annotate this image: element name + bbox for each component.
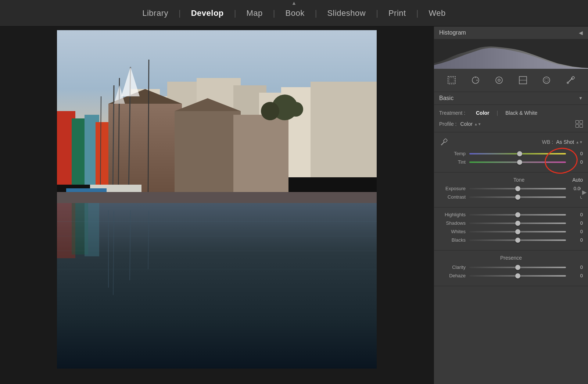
profile-grid-icon[interactable] [576,120,583,128]
treatment-sep: | [497,110,498,116]
tools-row [434,69,588,92]
tint-label: Tint [439,159,466,165]
treatment-color-btn[interactable]: Color [473,109,492,117]
tone-label: Tone [466,177,572,183]
clarity-value: 0 [570,264,583,270]
histogram-canvas [434,39,588,69]
highlights-label: Highlights [439,212,466,217]
shadows-value: 0 [570,220,583,226]
svg-point-42 [288,102,303,117]
contrast-label: Contrast [439,194,466,200]
contrast-slider-track[interactable] [469,196,566,198]
blacks-label: Blacks [439,237,466,243]
basic-section-arrow: ▼ [578,96,583,101]
exposure-slider-thumb[interactable] [515,186,520,191]
exposure-slider-row: Exposure 0.00 [439,186,583,191]
crop-tool[interactable] [444,72,459,88]
temp-slider-row: Temp 0 [439,151,583,156]
svg-point-62 [441,144,442,146]
whites-slider-thumb[interactable] [515,229,520,234]
tone-header-row: Tone Auto [439,177,583,183]
highlights-slider-thumb[interactable] [515,212,520,217]
histogram-header: Histogram ◀ [434,26,588,39]
profile-label: Profile : [439,121,456,127]
whites-slider-track[interactable] [469,231,566,232]
nav-library[interactable]: Library [132,0,179,26]
temp-slider-thumb[interactable] [517,151,522,156]
wb-dropdown-arrow: ▲▼ [576,140,583,144]
highlights-slider-track[interactable] [469,214,566,216]
wb-dropdown[interactable]: As Shot ▲▼ [556,139,583,145]
auto-button[interactable]: Auto [572,177,583,183]
temp-slider-track[interactable] [469,153,566,154]
nav-develop[interactable]: Develop [181,0,234,26]
basic-section-header[interactable]: Basic ▼ [434,92,588,105]
blacks-slider-thumb[interactable] [515,238,520,243]
tint-slider-track[interactable] [469,161,566,163]
blacks-slider-track[interactable] [469,239,566,241]
wb-label: WB : [452,139,553,145]
profile-row: Profile : Color ▲▼ [439,120,583,128]
dehaze-label: Dehaze [439,273,466,278]
svg-rect-12 [96,122,108,185]
svg-rect-15 [233,115,288,192]
brush-tool[interactable] [563,72,578,88]
shadows-slider-track[interactable] [469,223,566,224]
histogram-chart [434,39,588,69]
svg-rect-46 [449,78,454,83]
main-content: Histogram ◀ [0,26,588,384]
nav-web[interactable]: Web [418,0,456,26]
spot-heal-tool[interactable] [468,72,483,88]
profile-select-arrow: ▲▼ [474,122,481,126]
right-panel: Histogram ◀ [434,26,588,384]
shadows-slider-thumb[interactable] [515,221,520,226]
grid-cell-4 [580,124,583,128]
nav-print[interactable]: Print [378,0,416,26]
nav-arrow-up[interactable]: ▲ [291,0,297,6]
clarity-slider-thumb[interactable] [515,265,520,270]
grid-cell-3 [576,124,579,128]
wb-value-text: As Shot [556,139,574,145]
dehaze-slider-track[interactable] [469,275,566,277]
harbor-photo [57,30,377,369]
shadows-slider-row: Shadows 0 [439,220,583,226]
histogram-collapse-arrow[interactable]: ◀ [579,30,583,36]
top-navigation: ▲ Library | Develop | Map | Book | Slide… [0,0,588,26]
exposure-label: Exposure [439,186,466,191]
clarity-slider-track[interactable] [469,267,566,268]
exposure-slider-track[interactable] [469,188,566,189]
nav-map[interactable]: Map [236,0,273,26]
grid-cell-2 [580,120,583,124]
svg-rect-8 [311,82,377,177]
temp-value: 0 [570,151,583,156]
svg-rect-14 [175,111,241,192]
svg-point-41 [261,102,279,120]
clarity-label: Clarity [439,264,466,270]
blacks-slider-row: Blacks 0 [439,237,583,243]
contrast-slider-row: Contrast 0 [439,194,583,200]
svg-point-56 [545,78,548,82]
redeye-tool[interactable] [491,72,507,88]
profile-select[interactable]: Color ▲▼ [460,121,481,127]
tone-section: Tone Auto Exposure 0.00 Contrast 0 [434,173,588,207]
basic-section-title: Basic [439,95,453,102]
gradient-tool[interactable] [515,72,531,88]
whites-slider-row: Whites 0 [439,229,583,234]
tone-range-section: Highlights 0 Shadows 0 Whites 0 [434,207,588,250]
radial-tool[interactable] [539,72,554,88]
right-collapse-arrow[interactable]: ▶ [581,186,588,199]
contrast-slider-thumb[interactable] [515,195,520,200]
treatment-bw-btn[interactable]: Black & White [502,109,540,117]
presence-section: Presence Clarity 0 Dehaze 0 [434,250,588,286]
dehaze-value: 0 [570,273,583,278]
eyedropper-tool[interactable] [439,137,449,147]
svg-rect-27 [57,192,377,203]
dehaze-slider-thumb[interactable] [515,273,520,278]
highlights-slider-row: Highlights 0 [439,212,583,217]
tint-slider-thumb[interactable] [517,160,522,165]
treatment-section: Treatment : Color | Black & White Profil… [434,105,588,132]
histogram-title: Histogram [439,29,466,36]
nav-slideshow[interactable]: Slideshow [317,0,376,26]
blacks-value: 0 [570,237,583,243]
treatment-row: Treatment : Color | Black & White [439,109,583,117]
